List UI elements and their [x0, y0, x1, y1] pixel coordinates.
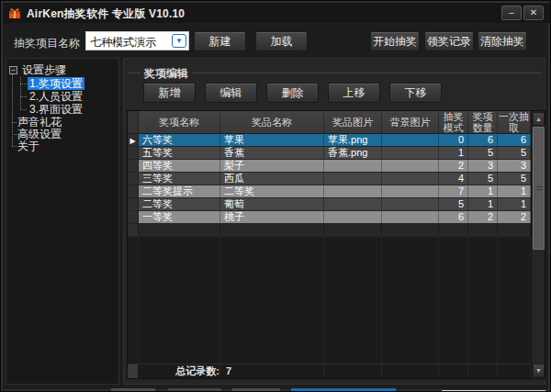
scroll-up-icon[interactable]: ▲ — [533, 112, 545, 126]
statusbar-fragment — [232, 388, 280, 391]
cell-bg-image — [382, 160, 439, 172]
statusbar-fragment — [111, 388, 155, 391]
footer-cell — [468, 364, 498, 378]
table-row[interactable]: 四等奖 梨子 2 3 3 — [128, 160, 531, 173]
empty-col — [498, 237, 531, 364]
new-project-button[interactable]: 新建 — [194, 31, 246, 51]
tree-expander-icon[interactable]: − — [9, 66, 17, 74]
add-prize-button[interactable]: 新增 — [143, 83, 196, 103]
cell-mode: 7 — [439, 185, 468, 197]
table-row[interactable]: 二等奖 葡萄 5 1 1 — [128, 198, 531, 211]
cell-bg-image — [382, 173, 439, 185]
col-header-draw-mode[interactable]: 抽奖模式 — [439, 111, 468, 133]
table-row[interactable]: 三等奖 西瓜 4 5 5 — [128, 173, 531, 185]
table-append-row[interactable] — [128, 224, 531, 237]
row-gutter — [128, 173, 139, 185]
titlebar[interactable]: AirKen抽奖软件 专业版 V10.10 – ✕ — [3, 3, 550, 23]
cell-level: 二等奖提示 — [139, 185, 220, 197]
empty-cell — [220, 224, 324, 236]
col-header-prize-level[interactable]: 奖项名称 — [139, 111, 220, 133]
cell-per-draw: 5 — [498, 147, 531, 159]
close-button[interactable]: ✕ — [523, 6, 544, 20]
cell-quantity: 3 — [468, 160, 498, 172]
empty-cell — [139, 224, 220, 236]
footer-gutter — [128, 364, 139, 378]
table-empty-area — [128, 237, 531, 364]
clear-draw-button[interactable]: 清除抽奖 — [478, 31, 527, 51]
empty-col — [439, 237, 468, 364]
cell-per-draw: 2 — [498, 211, 531, 223]
start-draw-button[interactable]: 开始抽奖 — [370, 31, 420, 51]
tree-guide — [12, 146, 17, 147]
empty-col — [382, 237, 439, 364]
empty-cell — [498, 224, 531, 236]
tree-item-interface-settings[interactable]: 3.界面设置 — [29, 103, 83, 116]
tree-guide — [12, 122, 17, 123]
combo-dropdown-icon[interactable]: ▼ — [172, 34, 186, 48]
total-records-label: 总记录数: — [139, 364, 220, 378]
cell-bg-image — [382, 134, 439, 146]
cell-prize-image: 香蕉.png — [324, 147, 382, 159]
edit-prize-button[interactable]: 编辑 — [205, 83, 257, 103]
col-header-prize-image[interactable]: 奖品图片 — [324, 111, 382, 133]
row-gutter: ▶ — [128, 134, 139, 146]
cell-per-draw: 3 — [498, 160, 531, 172]
cell-per-draw: 1 — [498, 185, 531, 197]
empty-cell — [324, 224, 382, 236]
table-row[interactable]: ▶ 六等奖 苹果 苹果.png 0 6 6 — [128, 134, 531, 147]
row-gutter — [128, 147, 139, 159]
app-gift-icon — [8, 6, 21, 19]
row-gutter — [128, 160, 139, 172]
vertical-scrollbar[interactable]: ▲ ▼ — [531, 111, 545, 378]
tree-item-people-settings[interactable]: 2.人员设置 — [29, 90, 83, 103]
cell-mode: 2 — [439, 160, 468, 172]
minimize-button[interactable]: – — [501, 6, 522, 20]
footer-cell — [324, 364, 382, 378]
award-records-button[interactable]: 领奖记录 — [424, 31, 474, 51]
cell-level: 三等奖 — [139, 173, 220, 185]
cell-mode: 1 — [439, 147, 468, 159]
cell-bg-image — [382, 147, 439, 159]
cell-prize-image — [324, 173, 382, 185]
empty-cell — [382, 224, 439, 236]
cell-quantity: 5 — [468, 147, 498, 159]
table-row[interactable]: 二等奖提示 二等奖 7 1 1 — [128, 185, 531, 198]
cell-prize: 葡萄 — [220, 198, 324, 210]
table-row[interactable]: 五等奖 香蕉 香蕉.png 1 5 5 — [128, 147, 531, 160]
selected-row-marker-icon: ▶ — [129, 137, 135, 145]
scroll-down-icon[interactable]: ▼ — [533, 364, 545, 377]
cell-prize-image — [324, 185, 382, 197]
table-footer: 总记录数: 7 — [128, 364, 531, 378]
cell-mode: 5 — [439, 198, 468, 210]
load-project-button[interactable]: 加载 — [255, 31, 308, 51]
move-up-button[interactable]: 上移 — [328, 83, 380, 103]
col-header-per-draw[interactable]: 一次抽取 — [498, 111, 531, 133]
tree-item-sound-confetti[interactable]: 声音礼花 — [17, 116, 62, 129]
cell-mode: 0 — [439, 134, 468, 146]
col-header-prize-name[interactable]: 奖品名称 — [220, 111, 324, 133]
tree-item-about[interactable]: 关于 — [17, 140, 39, 152]
table-row[interactable]: 一等奖 桃子 6 2 2 — [128, 211, 531, 224]
tree-item-advanced-settings[interactable]: 高级设置 — [17, 128, 62, 140]
footer-cell — [439, 364, 468, 378]
col-header-bg-image[interactable]: 背景图片 — [382, 111, 439, 133]
app-window: AirKen抽奖软件 专业版 V10.10 – ✕ 抽奖项目名称 七种模式演示 … — [0, 0, 551, 392]
total-records-value: 7 — [220, 364, 324, 378]
cell-prize-image — [324, 160, 382, 172]
move-down-button[interactable]: 下移 — [389, 83, 442, 103]
cell-per-draw: 6 — [498, 134, 531, 146]
delete-prize-button[interactable]: 删除 — [266, 83, 319, 103]
tree-item-prize-settings[interactable]: 1.奖项设置 — [28, 77, 84, 90]
cell-prize-image: 苹果.png — [324, 134, 382, 146]
cell-quantity: 6 — [468, 134, 498, 146]
project-name-combobox[interactable]: 七种模式演示 ▼ — [85, 31, 189, 50]
empty-col — [324, 237, 382, 364]
cell-per-draw: 5 — [498, 173, 531, 185]
col-header-quantity[interactable]: 奖项数量 — [468, 111, 498, 133]
window-title: AirKen抽奖软件 专业版 V10.10 — [27, 6, 185, 22]
cell-level: 二等奖 — [139, 198, 220, 210]
statusbar-fragment — [291, 388, 396, 392]
tree-root-setup-steps[interactable]: 设置步骤 — [22, 63, 66, 76]
scrollbar-thumb[interactable] — [533, 127, 545, 250]
tree-guide — [20, 96, 27, 97]
